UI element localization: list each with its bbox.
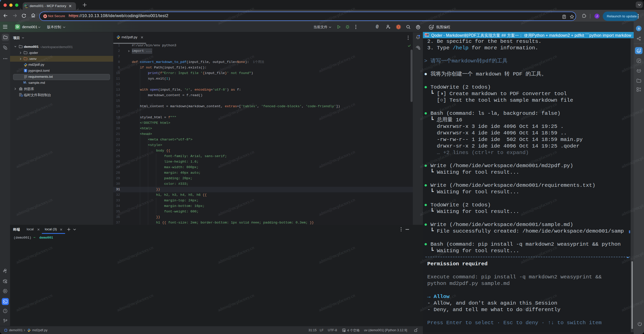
svg-text:</>: </> xyxy=(637,50,640,52)
svg-text:PC: PC xyxy=(25,5,27,7)
svg-text:</>: </> xyxy=(430,26,433,29)
